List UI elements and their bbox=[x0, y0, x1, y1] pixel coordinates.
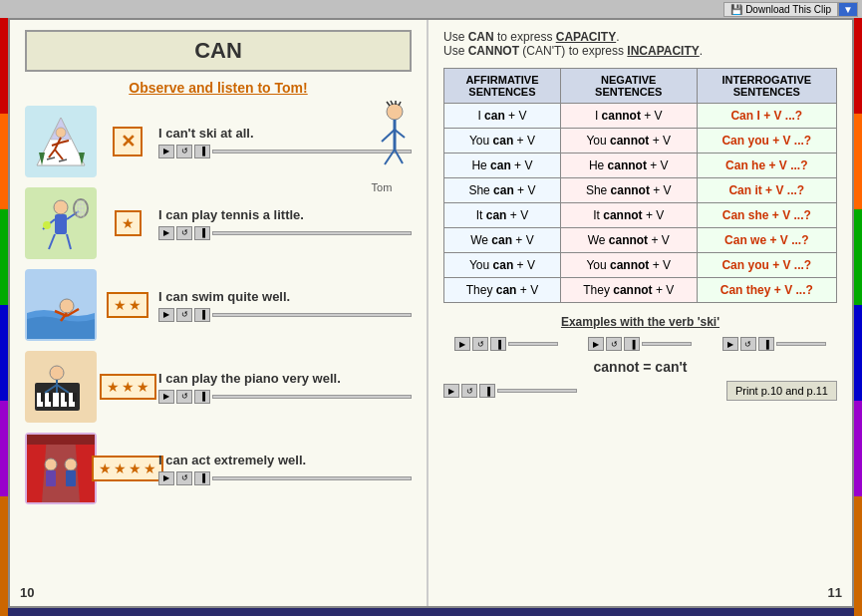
table-row: She can + V She cannot + V Can it + V ..… bbox=[444, 178, 837, 203]
audio-slider-tennis[interactable] bbox=[212, 231, 412, 235]
svg-point-39 bbox=[60, 299, 74, 313]
examples-audio-row: ▶ ↺ ▐ ▶ ↺ ▐ ▶ ↺ ▐ bbox=[443, 337, 837, 351]
vol-btn-cant[interactable]: ▐ bbox=[479, 384, 495, 398]
download-button[interactable]: 💾 Download This Clip bbox=[723, 2, 838, 17]
svg-point-63 bbox=[65, 459, 77, 470]
play-btn-cant[interactable]: ▶ bbox=[443, 384, 459, 398]
slider-ex2[interactable] bbox=[642, 342, 692, 346]
star-3: ★ bbox=[129, 461, 142, 476]
right-page: Use CAN to express CAPACITY. Use CANNOT … bbox=[429, 20, 852, 606]
observe-listen-label: Observe and listen to Tom! bbox=[25, 80, 412, 96]
sentences-table: AFFIRMATIVESENTENCES NEGATIVESENTENCES I… bbox=[443, 68, 837, 303]
download-label: Download This Clip bbox=[745, 4, 831, 15]
header-interrogative: INTERROGATIVESENTENCES bbox=[697, 69, 836, 104]
star-1: ★ bbox=[99, 461, 112, 476]
vol-btn-ex1[interactable]: ▐ bbox=[490, 337, 506, 351]
swim-sentence: I can swim quite well. bbox=[158, 289, 412, 304]
audio-slider-piano[interactable] bbox=[212, 395, 412, 399]
vol-btn-piano[interactable]: ▐ bbox=[194, 390, 210, 404]
stop-btn-ex3[interactable]: ↺ bbox=[740, 337, 756, 351]
star-2: ★ bbox=[129, 297, 142, 313]
play-btn-ex1[interactable]: ▶ bbox=[454, 337, 470, 351]
int-he: Can he + V ...? bbox=[697, 154, 836, 178]
svg-rect-53 bbox=[73, 393, 77, 402]
neg-i: I cannot + V bbox=[560, 104, 697, 129]
tennis-image bbox=[25, 187, 97, 259]
play-btn-theater[interactable]: ▶ bbox=[158, 471, 174, 485]
table-row: I can + V I cannot + V Can I + V ...? bbox=[444, 104, 837, 129]
play-btn-ski[interactable]: ▶ bbox=[158, 145, 174, 158]
vol-btn-ex3[interactable]: ▐ bbox=[758, 337, 774, 351]
lesson-row-tennis: ★ I can play tennis a little. ▶ ↺ ▐ bbox=[25, 187, 412, 259]
star-2: ★ bbox=[114, 461, 127, 476]
header-affirmative: AFFIRMATIVESENTENCES bbox=[444, 69, 561, 104]
stop-btn-swim[interactable]: ↺ bbox=[176, 308, 192, 322]
can-title-box: CAN bbox=[25, 30, 412, 72]
usage-end2: . bbox=[700, 44, 703, 58]
star-1: ★ bbox=[122, 215, 135, 231]
play-btn-ex2[interactable]: ▶ bbox=[588, 337, 604, 351]
download-icon: 💾 bbox=[730, 4, 742, 15]
svg-line-9 bbox=[399, 102, 401, 106]
play-btn-swim[interactable]: ▶ bbox=[158, 308, 174, 322]
tennis-text-area: I can play tennis a little. ▶ ↺ ▐ bbox=[158, 207, 412, 240]
aff-i: I can + V bbox=[444, 104, 561, 129]
stop-btn-cant[interactable]: ↺ bbox=[461, 384, 477, 398]
vol-btn-swim[interactable]: ▐ bbox=[194, 308, 210, 322]
lesson-row-piano: ★ ★ ★ I can play the piano very well. ▶ … bbox=[25, 351, 412, 423]
left-page: CAN Observe and listen to Tom! Tom bbox=[10, 20, 429, 606]
slider-ex1[interactable] bbox=[508, 342, 558, 346]
play-btn-piano[interactable]: ▶ bbox=[158, 390, 174, 404]
slider-cant[interactable] bbox=[497, 389, 577, 393]
stop-btn-ski[interactable]: ↺ bbox=[176, 145, 192, 158]
table-row: He can + V He cannot + V Can he + V ...? bbox=[444, 154, 837, 178]
neg-we: We cannot + V bbox=[560, 228, 697, 253]
aff-it: It can + V bbox=[444, 203, 561, 228]
audio-slider-theater[interactable] bbox=[212, 476, 412, 480]
theater-image bbox=[25, 433, 97, 504]
tom-figure: Tom bbox=[357, 100, 407, 193]
vol-btn-theater[interactable]: ▐ bbox=[194, 471, 210, 485]
usage-cant: (CAN'T) bbox=[519, 44, 565, 58]
examples-link[interactable]: Examples with the verb 'ski' bbox=[443, 315, 837, 329]
aff-you2: You can + V bbox=[444, 253, 561, 278]
table-row: You can + V You cannot + V Can you + V .… bbox=[444, 129, 837, 154]
audio-group-2: ▶ ↺ ▐ bbox=[588, 337, 692, 351]
stop-btn-ex2[interactable]: ↺ bbox=[606, 337, 622, 351]
tennis-audio: ▶ ↺ ▐ bbox=[158, 226, 412, 240]
vol-btn-tennis[interactable]: ▐ bbox=[194, 226, 210, 240]
neg-he: He cannot + V bbox=[560, 154, 697, 178]
star-3: ★ bbox=[137, 379, 149, 395]
play-btn-tennis[interactable]: ▶ bbox=[158, 226, 174, 240]
int-you2: Can you + V ...? bbox=[697, 253, 836, 278]
audio-slider-swim[interactable] bbox=[212, 313, 412, 317]
int-we: Can we + V ...? bbox=[697, 228, 836, 253]
page-num-left: 10 bbox=[20, 585, 34, 600]
neg-you1: You cannot + V bbox=[560, 129, 697, 154]
play-btn-ex3[interactable]: ▶ bbox=[722, 337, 738, 351]
download-arrow-button[interactable]: ▼ bbox=[838, 2, 858, 17]
vol-btn-ski[interactable]: ▐ bbox=[194, 145, 210, 158]
slider-ex3[interactable] bbox=[776, 342, 826, 346]
aff-they: They can + V bbox=[444, 278, 561, 303]
stop-btn-piano[interactable]: ↺ bbox=[176, 390, 192, 404]
stop-btn-theater[interactable]: ↺ bbox=[176, 471, 192, 485]
svg-rect-60 bbox=[27, 435, 95, 445]
print-button[interactable]: Print p.10 and p.11 bbox=[726, 381, 837, 401]
theater-stars: ★ ★ ★ ★ bbox=[103, 456, 152, 481]
stop-btn-ex1[interactable]: ↺ bbox=[472, 337, 488, 351]
stop-btn-tennis[interactable]: ↺ bbox=[176, 226, 192, 240]
usage-capacity: CAPACITY bbox=[556, 30, 616, 44]
svg-rect-51 bbox=[49, 393, 53, 402]
piano-image bbox=[25, 351, 97, 423]
star-1: ★ bbox=[107, 379, 120, 395]
header-negative: NEGATIVESENTENCES bbox=[560, 69, 697, 104]
tom-label: Tom bbox=[357, 181, 407, 193]
svg-line-2 bbox=[382, 130, 395, 142]
vol-btn-ex2[interactable]: ▐ bbox=[624, 337, 640, 351]
usage-incapacity: INCAPACITY bbox=[627, 44, 699, 58]
svg-rect-50 bbox=[41, 393, 45, 402]
neg-she: She cannot + V bbox=[560, 178, 697, 203]
cannot-eq: cannot = can't bbox=[443, 359, 837, 375]
star-rating-theater: ★ ★ ★ ★ bbox=[92, 456, 163, 481]
